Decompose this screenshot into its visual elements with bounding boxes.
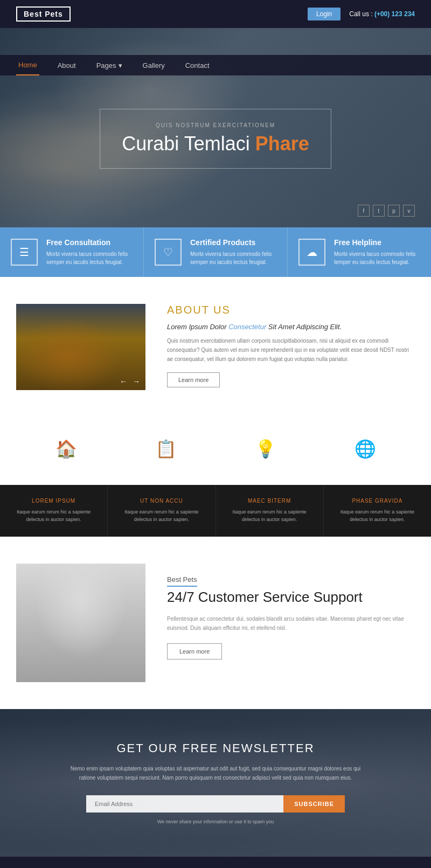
next-arrow[interactable]: →	[133, 377, 140, 386]
newsletter-content: GET OUR FREE NEWSLETTER Nemo enim ipsam …	[22, 741, 409, 824]
list-icon: 📋	[116, 439, 215, 459]
about-content: ABOUT US Lorem Ipsum Dolor Consectetur S…	[167, 304, 415, 387]
service-title: 24/7 Customer Service Support	[167, 589, 415, 606]
phone-label: Call us : (+00) 123 234	[349, 10, 415, 18]
feature-text: Free Consultation Morbi viverra lacus co…	[46, 238, 133, 266]
nav-gallery[interactable]: Gallery	[141, 55, 167, 75]
helpline-title: Free Helpline	[334, 238, 420, 247]
service-image	[16, 564, 145, 682]
feature-text: Certified Products Morbi viverra lacus c…	[190, 238, 276, 266]
stat-home: 🏠	[16, 439, 116, 463]
dark-feature-3: MAEC BITERM Itaque earum rerum hic a sap…	[216, 485, 324, 537]
dark-feature-3-title: MAEC BITERM	[225, 498, 315, 504]
dark-feature-1-text: Itaque earum rerum hic a sapiente delect…	[9, 508, 99, 524]
dark-feature-2: UT NON ACCU Itaque earum rerum hic a sap…	[108, 485, 215, 537]
lightbulb-icon: 💡	[215, 439, 315, 459]
phone-number: (+00) 123 234	[374, 10, 415, 18]
hero-section: Home About Pages ▾ Gallery Contact QUIS …	[0, 28, 431, 227]
dark-feature-2-text: Itaque earum rerum hic a sapiente delect…	[116, 508, 206, 524]
logo: Best Pets	[16, 6, 71, 22]
consultation-title: Free Consultation	[46, 238, 133, 247]
stats-section: 🏠 📋 💡 🌐	[0, 417, 431, 485]
service-content: Best Pets 24/7 Customer Service Support …	[167, 564, 415, 659]
nav-home[interactable]: Home	[16, 55, 39, 75]
home-icon: 🏠	[16, 439, 116, 459]
about-image: ← →	[16, 304, 145, 390]
hero-social: f t p v	[358, 205, 415, 217]
dark-feature-3-text: Itaque earum rerum hic a sapiente delect…	[225, 508, 315, 524]
globe-icon: 🌐	[315, 439, 415, 459]
feature-certified: ♡ Certified Products Morbi viverra lacus…	[144, 227, 288, 277]
hero-subtitle: QUIS NOSTRUM EXERCITATIONEM	[122, 122, 309, 128]
consultation-icon: ☰	[11, 239, 38, 266]
feature-consultation: ☰ Free Consultation Morbi viverra lacus …	[0, 227, 144, 277]
pinterest-icon[interactable]: p	[388, 205, 400, 217]
twitter-icon[interactable]: t	[373, 205, 385, 217]
stats-icons: 🏠 📋 💡 🌐	[16, 439, 415, 463]
newsletter-title: GET OUR FREE NEWSLETTER	[22, 741, 409, 755]
about-learn-more-button[interactable]: Learn more	[167, 372, 220, 387]
navbar: Home About Pages ▾ Gallery Contact	[0, 55, 431, 75]
feature-text: Free Helpline Morbi viverra lacus commod…	[334, 238, 420, 266]
consultation-desc: Morbi viverra lacus commodo felis semper…	[46, 250, 133, 266]
about-lead: Lorem Ipsum Dolor Consectetur Sit Amet A…	[167, 323, 415, 331]
dark-feature-2-title: UT NON ACCU	[116, 498, 206, 504]
certified-desc: Morbi viverra lacus commodo felis semper…	[190, 250, 276, 266]
dark-feature-4: PHASE GRAVIDA Itaque earum rerum hic a s…	[324, 485, 431, 537]
hero-title: Curabi Temlaci Phare	[122, 133, 309, 155]
hero-content: QUIS NOSTRUM EXERCITATIONEM Curabi Temla…	[100, 109, 331, 169]
dark-feature-4-text: Itaque earum rerum hic a sapiente delect…	[332, 508, 422, 524]
header-right: Login Call us : (+00) 123 234	[308, 8, 415, 20]
about-title: ABOUT US	[167, 304, 415, 316]
stat-list: 📋	[116, 439, 215, 463]
helpline-icon: ☁	[298, 239, 325, 266]
helpline-desc: Morbi viverra lacus commodo felis temper…	[334, 250, 420, 266]
feature-helpline: ☁ Free Helpline Morbi viverra lacus comm…	[288, 227, 431, 277]
about-section: ← → ABOUT US Lorem Ipsum Dolor Consectet…	[0, 277, 431, 417]
prev-arrow[interactable]: ←	[120, 377, 127, 386]
newsletter-form: SUBSCRIBE	[86, 795, 345, 813]
subscribe-button[interactable]: SUBSCRIBE	[283, 795, 345, 813]
dark-features-section: LOREM IPSUM Itaque earum rerum hic a sap…	[0, 485, 431, 537]
image-arrows: ← →	[120, 377, 140, 386]
features-bar: ☰ Free Consultation Morbi viverra lacus …	[0, 227, 431, 277]
footer: Best Pets Lorem ipsum dolor sit amet, co…	[0, 857, 431, 868]
service-section: Best Pets 24/7 Customer Service Support …	[0, 537, 431, 709]
newsletter-privacy: We never share your information or use i…	[22, 819, 409, 824]
nav-about[interactable]: About	[55, 55, 78, 75]
certified-title: Certified Products	[190, 238, 276, 247]
dark-feature-1: LOREM IPSUM Itaque earum rerum hic a sap…	[0, 485, 108, 537]
nav-pages[interactable]: Pages ▾	[94, 55, 124, 75]
dark-feature-4-title: PHASE GRAVIDA	[332, 498, 422, 504]
stat-light: 💡	[215, 439, 315, 463]
vine-icon[interactable]: v	[403, 205, 415, 217]
newsletter-email-input[interactable]	[86, 795, 283, 813]
nav-contact[interactable]: Contact	[183, 55, 212, 75]
dark-feature-1-title: LOREM IPSUM	[9, 498, 99, 504]
facebook-icon[interactable]: f	[358, 205, 370, 217]
certified-icon: ♡	[155, 239, 182, 266]
stat-globe: 🌐	[315, 439, 415, 463]
service-learn-more-button[interactable]: Learn more	[167, 643, 222, 659]
header: Best Pets Login Call us : (+00) 123 234	[0, 0, 431, 28]
service-brand: Best Pets	[167, 575, 197, 587]
newsletter-section: GET OUR FREE NEWSLETTER Nemo enim ipsam …	[0, 709, 431, 857]
service-text: Pellentesque ac consectetur dui, sodales…	[167, 614, 415, 633]
login-button[interactable]: Login	[308, 8, 340, 20]
newsletter-desc: Nemo enim ipsam voluptatem quia voluptas…	[65, 764, 366, 782]
about-text: Quis nostrum exercitationem ullam corpor…	[167, 336, 415, 364]
chevron-down-icon: ▾	[119, 61, 122, 70]
